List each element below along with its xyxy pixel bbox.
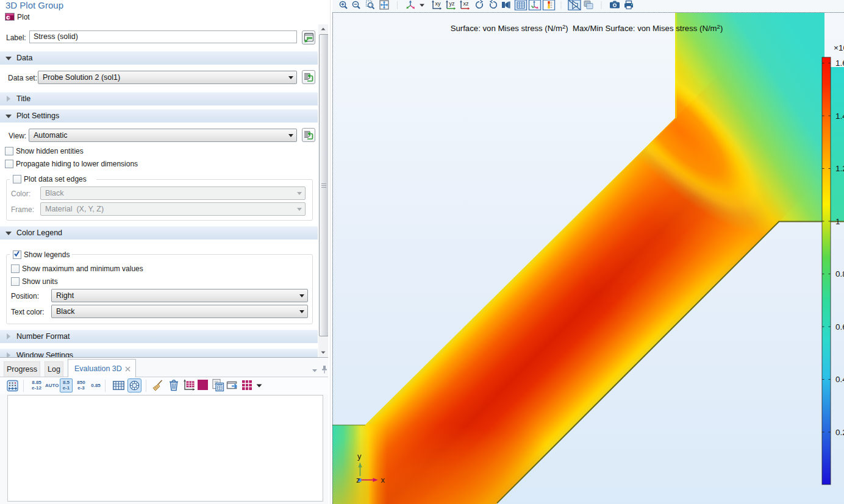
svg-text:yz: yz bbox=[449, 1, 456, 7]
svg-text:1.2: 1.2 bbox=[835, 164, 844, 173]
svg-text:xy: xy bbox=[435, 1, 442, 7]
svg-text:0.8: 0.8 bbox=[835, 269, 844, 279]
svg-text:Surface: von Mises stress (N/m: Surface: von Mises stress (N/m2) Max/Min… bbox=[451, 23, 723, 34]
svg-text:×108: ×108 bbox=[834, 42, 844, 52]
svg-text:x: x bbox=[381, 475, 385, 484]
svg-text:y: y bbox=[357, 452, 362, 461]
svg-text:1: 1 bbox=[835, 217, 840, 226]
svg-text:0.6: 0.6 bbox=[835, 322, 844, 332]
svg-text:0.4: 0.4 bbox=[835, 375, 844, 384]
svg-text:z: z bbox=[356, 475, 360, 484]
svg-text:xz: xz bbox=[463, 1, 470, 7]
svg-text:0.2: 0.2 bbox=[835, 428, 844, 437]
svg-text:1.4: 1.4 bbox=[835, 112, 844, 121]
svg-text:1.6: 1.6 bbox=[835, 59, 844, 68]
